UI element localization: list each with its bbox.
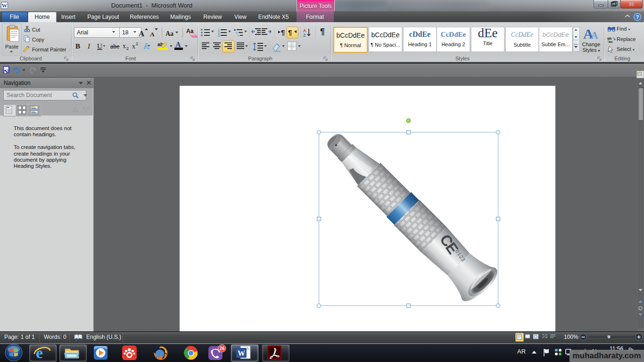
- svg-text:e: e: [36, 345, 43, 362]
- svg-text:A: A: [591, 29, 598, 41]
- svg-text:B: B: [75, 42, 80, 50]
- svg-text:¶: ¶: [288, 28, 292, 36]
- svg-text:26: 26: [219, 346, 225, 351]
- svg-text:A: A: [303, 28, 306, 33]
- svg-text:A: A: [175, 41, 181, 49]
- svg-text:2: 2: [126, 46, 129, 51]
- svg-text:I: I: [87, 42, 91, 50]
- svg-text:x: x: [132, 43, 135, 50]
- svg-text:2: 2: [136, 41, 138, 46]
- svg-text:?: ?: [636, 14, 639, 20]
- svg-text:A: A: [139, 29, 145, 38]
- svg-text:Aa: Aa: [165, 30, 173, 37]
- svg-text:A: A: [150, 31, 155, 38]
- svg-text:x: x: [123, 42, 126, 49]
- svg-text:3: 3: [218, 34, 220, 37]
- svg-text:ac: ac: [609, 40, 613, 43]
- svg-text:U: U: [97, 42, 102, 50]
- svg-text:abe: abe: [110, 43, 119, 50]
- svg-text:W: W: [238, 349, 245, 357]
- svg-text:¶: ¶: [281, 28, 285, 36]
- svg-text:Z: Z: [303, 33, 306, 38]
